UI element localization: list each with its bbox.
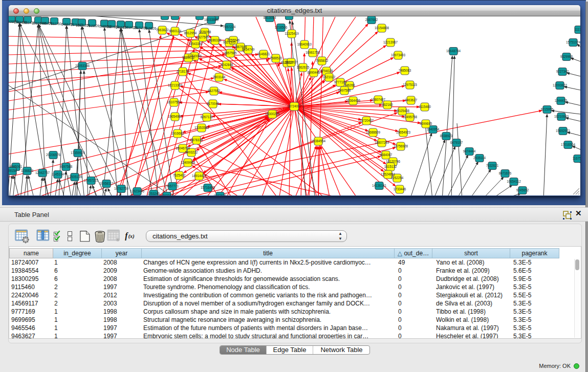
svg-text:1640954: 1640954 [427,127,440,131]
svg-text:14136141: 14136141 [372,184,387,187]
svg-text:16033809: 16033809 [204,18,219,21]
svg-text:10543392: 10543392 [188,42,203,46]
svg-text:6497568: 6497568 [338,89,351,92]
svg-text:8912954: 8912954 [184,31,197,35]
svg-text:12975115: 12975115 [403,83,417,86]
svg-text:(x): (x) [128,233,135,239]
svg-text:16648784: 16648784 [446,49,461,53]
svg-text:9245652: 9245652 [516,188,529,192]
svg-text:2803144: 2803144 [213,75,226,79]
svg-text:7857224: 7857224 [223,25,236,29]
svg-text:20364436: 20364436 [346,99,361,102]
svg-text:12495758: 12495758 [403,115,418,119]
svg-text:2827509: 2827509 [197,35,209,39]
svg-text:1292344: 1292344 [161,194,173,195]
svg-text:9146821: 9146821 [257,52,270,56]
svg-text:5493222: 5493222 [185,150,198,154]
svg-text:1253245: 1253245 [147,192,160,195]
svg-text:12923445: 12923445 [130,189,145,193]
svg-text:9660124: 9660124 [169,29,182,33]
svg-text:7152760: 7152760 [49,22,62,26]
svg-text:9463620: 9463620 [214,194,227,195]
svg-text:8938923: 8938923 [440,134,453,138]
svg-text:12505135: 12505135 [68,175,82,179]
svg-text:6479197: 6479197 [450,141,463,144]
svg-text:2252254: 2252254 [391,176,404,180]
svg-text:7485083: 7485083 [399,69,411,72]
svg-text:16120746: 16120746 [386,160,401,163]
svg-text:12409948: 12409948 [181,161,195,164]
svg-text:9699695: 9699695 [420,122,432,125]
svg-text:19654982: 19654982 [168,115,183,118]
svg-text:6794028: 6794028 [320,69,333,73]
svg-text:16782759: 16782759 [114,187,129,190]
svg-text:7955812: 7955812 [316,59,329,62]
svg-text:39154: 39154 [9,169,17,172]
svg-text:10025438: 10025438 [395,109,410,113]
svg-text:20053346: 20053346 [75,64,90,68]
svg-text:16046788: 16046788 [176,146,190,150]
svg-text:9657771: 9657771 [166,184,179,188]
svg-text:10654112: 10654112 [507,180,521,183]
svg-text:1733446: 1733446 [394,187,406,191]
svg-text:8170046: 8170046 [207,102,220,105]
svg-text:7515526: 7515526 [87,24,100,28]
svg-text:1615132: 1615132 [384,165,397,168]
svg-text:7515526: 7515526 [144,27,157,30]
svg-text:9227342: 9227342 [556,70,569,73]
svg-text:9777169: 9777169 [334,80,347,84]
svg-text:15720407: 15720407 [359,119,374,122]
svg-text:9585061: 9585061 [10,165,23,168]
svg-text:1621022: 1621022 [323,75,336,79]
svg-text:1218506: 1218506 [275,26,288,29]
svg-text:13524851: 13524851 [381,172,396,176]
svg-text:10688609: 10688609 [366,130,381,134]
svg-text:8267130: 8267130 [201,115,213,119]
svg-text:7663822: 7663822 [156,28,169,32]
svg-text:10807487: 10807487 [371,98,386,101]
svg-text:19654923: 19654923 [396,130,411,134]
svg-text:9397588: 9397588 [60,165,73,168]
svg-text:1156829: 1156829 [21,169,34,172]
svg-text:1362615: 1362615 [297,65,310,69]
svg-text:8471676: 8471676 [499,171,512,175]
svg-text:19384554: 19384554 [311,139,326,143]
svg-text:12213369: 12213369 [168,83,183,87]
svg-text:12213967: 12213967 [383,40,398,44]
svg-text:18300295: 18300295 [265,112,280,116]
svg-text:9329966: 9329966 [560,55,573,58]
svg-text:116753: 116753 [573,157,580,160]
svg-text:1916682: 1916682 [171,132,184,135]
svg-text:3226058: 3226058 [199,30,211,34]
svg-text:11325419: 11325419 [285,32,299,35]
svg-text:18724007: 18724007 [287,104,302,108]
svg-text:2718176: 2718176 [177,70,189,73]
svg-text:862160: 862160 [382,103,393,106]
svg-text:8813054: 8813054 [264,16,276,19]
svg-text:746266: 746266 [344,83,355,87]
svg-text:8427552: 8427552 [208,89,221,93]
svg-text:15751074: 15751074 [566,40,580,44]
svg-text:16961758: 16961758 [306,51,320,54]
svg-text:11172: 11172 [575,28,580,31]
svg-text:3822037: 3822037 [285,60,298,64]
svg-text:12093822: 12093822 [553,83,568,87]
svg-text:2935114: 2935114 [473,156,486,160]
svg-text:17957225: 17957225 [84,179,99,182]
svg-text:7625402: 7625402 [173,173,186,177]
svg-text:20206576: 20206576 [46,153,61,157]
svg-text:9889012: 9889012 [182,56,195,59]
svg-text:9684067: 9684067 [380,153,393,157]
svg-text:8990448: 8990448 [308,71,320,74]
svg-text:9115460: 9115460 [419,105,431,108]
svg-text:7632621: 7632621 [486,164,499,167]
svg-text:7588520: 7588520 [270,56,282,60]
svg-text:8186328: 8186328 [209,38,222,42]
svg-text:10958117: 10958117 [99,182,114,185]
svg-text:2242848: 2242848 [221,63,233,67]
svg-text:15716485: 15716485 [201,186,215,189]
svg-text:6878334: 6878334 [190,138,203,142]
svg-text:9474444: 9474444 [463,149,476,153]
svg-text:18807249: 18807249 [375,141,389,144]
svg-text:17359924: 17359924 [71,151,85,155]
